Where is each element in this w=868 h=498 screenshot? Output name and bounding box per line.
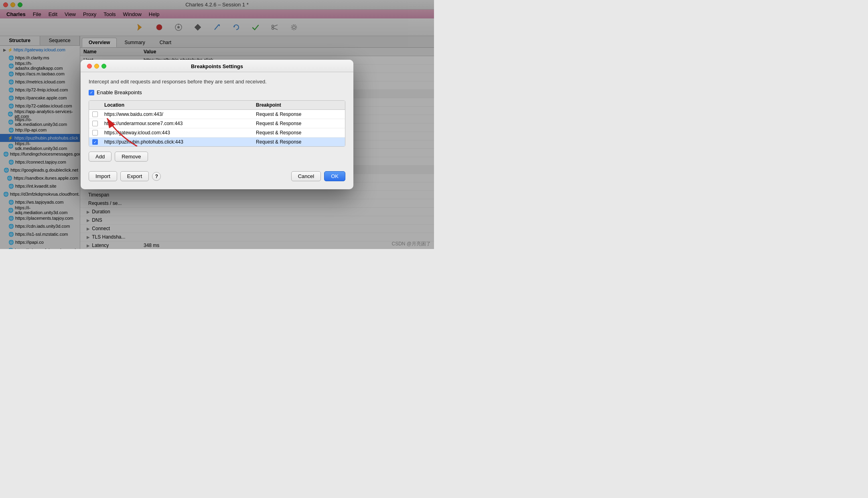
bp-breakpoint-2: Request & Response [253, 128, 345, 138]
modal-maximize-button[interactable] [101, 64, 106, 69]
add-remove-buttons: Add Remove [89, 152, 345, 162]
breakpoints-table-container: Location Breakpoint https://www.baidu.co… [89, 100, 345, 147]
bp-row-2: https://gateway.icloud.com:443 Request &… [89, 128, 345, 138]
bp-row-0: https://www.baidu.com:443/ Request & Res… [89, 110, 345, 119]
bp-row-3: ✓ https://puzlhubin.photohubs.click:443 … [89, 138, 345, 147]
modal-footer: Import Export ? Cancel OK [89, 168, 345, 183]
bp-checkbox-0[interactable] [89, 110, 101, 119]
footer-right: Cancel OK [291, 171, 345, 181]
empty-checkbox-icon [92, 111, 98, 117]
bp-col-breakpoint: Breakpoint [253, 101, 345, 110]
bp-breakpoint-3: Request & Response [253, 138, 345, 147]
export-button[interactable]: Export [120, 171, 149, 181]
empty-checkbox-icon [92, 121, 98, 126]
enable-breakpoints-row: ✓ Enable Breakpoints [89, 89, 345, 95]
breakpoints-table: Location Breakpoint https://www.baidu.co… [89, 101, 345, 146]
enable-breakpoints-label: Enable Breakpoints [97, 89, 142, 95]
bp-location-0: https://www.baidu.com:443/ [101, 110, 253, 119]
bp-location-2: https://gateway.icloud.com:443 [101, 128, 253, 138]
cancel-button[interactable]: Cancel [291, 171, 321, 181]
bp-row-1: https://underarmour.scene7.com:443 Reque… [89, 119, 345, 128]
modal-close-button[interactable] [87, 64, 92, 69]
remove-button[interactable]: Remove [115, 152, 148, 162]
help-button[interactable]: ? [152, 172, 161, 181]
modal-title: Breakpoints Settings [191, 63, 243, 69]
enable-breakpoints-checkbox[interactable]: ✓ [89, 90, 94, 95]
modal-description: Intercept and edit requests and response… [89, 79, 345, 85]
bp-breakpoint-0: Request & Response [253, 110, 345, 119]
bp-checkbox-1[interactable] [89, 119, 101, 128]
modal-traffic-lights [87, 64, 106, 69]
add-button[interactable]: Add [89, 152, 112, 162]
modal-titlebar: Breakpoints Settings [81, 60, 353, 72]
ok-button[interactable]: OK [324, 171, 345, 181]
bp-breakpoint-1: Request & Response [253, 119, 345, 128]
empty-checkbox-icon [92, 130, 98, 136]
bp-checkbox-2[interactable] [89, 128, 101, 138]
breakpoints-modal: Breakpoints Settings Intercept and edit … [81, 60, 353, 189]
bp-col-check [89, 101, 101, 110]
bp-col-location: Location [101, 101, 253, 110]
footer-left: Import Export ? [89, 171, 161, 181]
bp-location-3: https://puzlhubin.photohubs.click:443 [101, 138, 253, 147]
modal-body: Intercept and edit requests and response… [81, 72, 353, 189]
bp-location-1: https://underarmour.scene7.com:443 [101, 119, 253, 128]
bp-checkbox-3[interactable]: ✓ [89, 138, 101, 147]
modal-minimize-button[interactable] [94, 64, 99, 69]
bp-table-header: Location Breakpoint [89, 101, 345, 110]
import-button[interactable]: Import [89, 171, 117, 181]
checked-checkbox-icon: ✓ [92, 139, 98, 145]
modal-overlay: Breakpoints Settings Intercept and edit … [0, 0, 434, 249]
